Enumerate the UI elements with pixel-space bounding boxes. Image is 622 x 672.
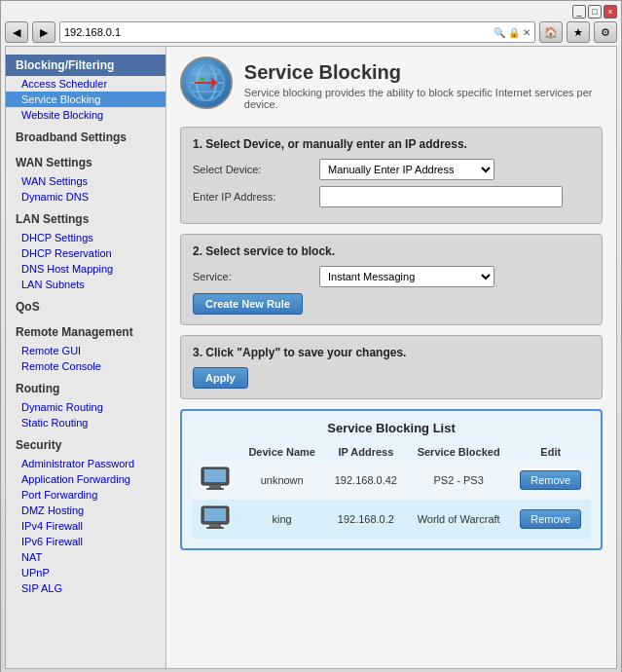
service-label: Service: [193, 271, 319, 282]
sidebar-item-upnp[interactable]: UPnP [6, 565, 165, 580]
select-device-dropdown[interactable]: Manually Enter IP Address unknown king [319, 159, 494, 180]
service-dropdown[interactable]: Instant Messaging PS2 - PS3 World of War… [319, 266, 494, 287]
sidebar: Blocking/Filtering Access Scheduler Serv… [6, 47, 166, 668]
browser-window: _ □ × ◀ ▶ 192.168.0.1 🔍 🔒 ✕ 🏠 ★ ⚙ Blocki… [0, 0, 622, 672]
page-title: Service Blocking [244, 61, 603, 84]
browser-toolbar: ◀ ▶ 192.168.0.1 🔍 🔒 ✕ 🏠 ★ ⚙ [5, 21, 617, 43]
remove-button[interactable]: Remove [520, 509, 581, 529]
sidebar-item-static-routing[interactable]: Static Routing [6, 415, 165, 430]
sidebar-item-access-scheduler[interactable]: Access Scheduler [6, 76, 165, 92]
page-description: Service blocking provides the ability to… [244, 87, 603, 110]
blocking-list-table: Device Name IP Address Service Blocked E… [192, 443, 591, 539]
sidebar-item-dhcp-settings[interactable]: DHCP Settings [6, 230, 165, 245]
service-blocking-list: Service Blocking List Device Name IP Add… [180, 409, 603, 550]
edit-cell: Remove [511, 461, 592, 500]
step1-section: 1. Select Device, or manually enter an I… [180, 127, 603, 224]
ip-address-input[interactable] [319, 186, 563, 207]
home-button[interactable]: 🏠 [539, 21, 563, 43]
sidebar-section-routing[interactable]: Routing [6, 374, 165, 399]
sidebar-item-sip-alg[interactable]: SIP ALG [6, 580, 165, 596]
step2-section: 2. Select service to block. Service: Ins… [180, 234, 603, 325]
forward-button[interactable]: ▶ [32, 21, 55, 43]
sidebar-section-wan[interactable]: WAN Settings [6, 148, 165, 173]
service-row: Service: Instant Messaging PS2 - PS3 Wor… [193, 266, 590, 287]
table-row: unknown192.168.0.42PS2 - PS3Remove [192, 461, 591, 500]
remove-button[interactable]: Remove [520, 470, 581, 490]
ip-address-cell: 192.168.0.42 [325, 461, 407, 500]
svg-rect-13 [204, 508, 226, 521]
close-button[interactable]: × [604, 5, 617, 19]
service-blocking-icon [180, 56, 233, 109]
sidebar-section-qos[interactable]: QoS [6, 292, 165, 317]
device-name-cell: unknown [238, 461, 325, 500]
svg-rect-11 [206, 488, 224, 490]
device-icon-cell [192, 500, 238, 539]
sidebar-item-dns-host-mapping[interactable]: DNS Host Mapping [6, 261, 165, 277]
page-icon [180, 56, 235, 115]
ip-address-row: Enter IP Address: [193, 186, 590, 207]
select-device-row: Select Device: Manually Enter IP Address… [193, 159, 590, 180]
svg-rect-15 [206, 527, 224, 529]
sidebar-item-remote-gui[interactable]: Remote GUI [6, 343, 165, 358]
sidebar-item-dhcp-reservation[interactable]: DHCP Reservation [6, 245, 165, 261]
sidebar-item-admin-password[interactable]: Administrator Password [6, 456, 165, 471]
lock-icon: 🔒 [508, 27, 520, 38]
edit-cell: Remove [511, 500, 592, 539]
sidebar-section-broadband[interactable]: Broadband Settings [6, 123, 165, 148]
maximize-button[interactable]: □ [588, 5, 602, 19]
step3-title: 3. Click "Apply" to save your changes. [193, 346, 590, 359]
col-device-name: Device Name [238, 443, 325, 461]
search-icon: 🔍 [494, 27, 505, 38]
icon-svg [185, 61, 228, 104]
device-icon-cell [192, 461, 238, 500]
sidebar-item-dynamic-dns[interactable]: Dynamic DNS [6, 189, 165, 205]
sidebar-item-port-forwarding[interactable]: Port Forwarding [6, 487, 165, 503]
apply-button[interactable]: Apply [193, 367, 248, 389]
select-device-label: Select Device: [193, 164, 319, 175]
sidebar-section-blocking[interactable]: Blocking/Filtering [6, 55, 165, 76]
close-icon: ✕ [523, 27, 531, 38]
computer-icon [200, 504, 231, 532]
address-text: 192.168.0.1 [64, 26, 494, 38]
sidebar-item-dynamic-routing[interactable]: Dynamic Routing [6, 399, 165, 415]
address-icons: 🔍 🔒 ✕ [494, 27, 531, 38]
col-service-blocked: Service Blocked [407, 443, 511, 461]
browser-body: Blocking/Filtering Access Scheduler Serv… [5, 46, 617, 669]
titlebar: _ □ × [5, 5, 617, 19]
step3-section: 3. Click "Apply" to save your changes. A… [180, 335, 603, 399]
sidebar-section-lan[interactable]: LAN Settings [6, 205, 165, 230]
svg-rect-9 [204, 469, 226, 482]
create-new-rule-button[interactable]: Create New Rule [193, 293, 303, 315]
sidebar-item-remote-console[interactable]: Remote Console [6, 358, 165, 374]
sidebar-section-security[interactable]: Security [6, 430, 165, 456]
address-bar[interactable]: 192.168.0.1 🔍 🔒 ✕ [59, 21, 535, 43]
favorites-button[interactable]: ★ [567, 21, 590, 43]
service-blocked-cell: PS2 - PS3 [407, 461, 511, 500]
sidebar-item-app-forwarding[interactable]: Application Forwarding [6, 471, 165, 487]
col-edit: Edit [511, 443, 592, 461]
list-title: Service Blocking List [192, 421, 591, 435]
main-content: Service Blocking Service blocking provid… [166, 47, 616, 668]
sidebar-item-dmz-hosting[interactable]: DMZ Hosting [6, 503, 165, 518]
sidebar-item-nat[interactable]: NAT [6, 549, 165, 565]
sidebar-item-ipv6-firewall[interactable]: IPv6 Firewall [6, 534, 165, 549]
col-icon [192, 443, 238, 461]
sidebar-item-lan-subnets[interactable]: LAN Subnets [6, 277, 165, 292]
col-ip-address: IP Address [325, 443, 407, 461]
device-name-cell: king [238, 500, 325, 539]
minimize-button[interactable]: _ [572, 5, 586, 19]
back-button[interactable]: ◀ [5, 21, 28, 43]
svg-point-7 [201, 77, 204, 81]
ip-address-label: Enter IP Address: [193, 191, 319, 203]
page-header: Service Blocking Service blocking provid… [180, 56, 603, 115]
service-blocked-cell: World of Warcraft [407, 500, 511, 539]
sidebar-section-blocking-label: Blocking/Filtering [16, 58, 114, 72]
settings-button[interactable]: ⚙ [594, 21, 617, 43]
sidebar-item-website-blocking[interactable]: Website Blocking [6, 107, 165, 123]
page-title-area: Service Blocking Service blocking provid… [244, 61, 603, 110]
sidebar-item-service-blocking[interactable]: Service Blocking [6, 92, 165, 107]
sidebar-item-ipv4-firewall[interactable]: IPv4 Firewall [6, 518, 165, 534]
sidebar-item-wan-settings[interactable]: WAN Settings [6, 173, 165, 189]
sidebar-section-remote-management[interactable]: Remote Management [6, 317, 165, 343]
step1-title: 1. Select Device, or manually enter an I… [193, 137, 590, 151]
